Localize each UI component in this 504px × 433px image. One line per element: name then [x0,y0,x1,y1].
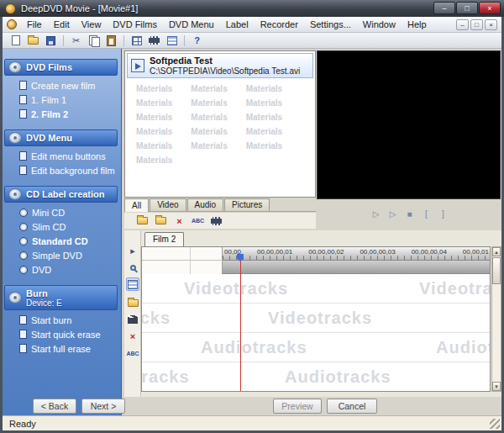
audio-tracks-band[interactable]: Audiotracks Audiotracks Audiotracks Audi… [142,333,491,392]
timeline-ruler[interactable]: 00,00 00,00,00,01 00,00,00,02 00,00,00,0… [223,247,491,261]
paste-button[interactable] [103,34,119,48]
preview-material-button[interactable] [208,214,224,228]
tab-all[interactable]: All [124,198,149,212]
track-header-column [142,247,223,274]
text-tool-button[interactable]: ABC [126,346,139,360]
video-track-row[interactable]: Videotracks Videotracks [142,304,491,333]
cancel-button[interactable]: Cancel [327,399,377,414]
sidebar-header-burn[interactable]: Burn Device: E [4,285,118,310]
timeline-scrollbar[interactable]: ▲ ▼ [491,246,501,392]
play-from-cursor-button[interactable]: ▷ [386,207,400,220]
menu-window[interactable]: Window [357,18,402,31]
mark-in-button[interactable]: [ [419,207,433,220]
sidebar-item-dvd[interactable]: DVD [19,262,118,277]
menu-bar: File Edit View DVD Films DVD Menu Label … [3,17,501,33]
sidebar-item-edit-menu-buttons[interactable]: Edit menu buttons [19,149,118,163]
sidebar-header-cd-label[interactable]: CD Label creation [4,186,118,203]
zoom-tool-button[interactable] [126,261,139,274]
delete-clip-button[interactable]: × [126,330,139,343]
sidebar-item-edit-background-film[interactable]: Edit background film [19,163,118,177]
film-view-button[interactable] [146,34,162,48]
open-button[interactable] [25,34,41,48]
back-button[interactable]: < Back [33,399,76,414]
sidebar-item-film-1[interactable]: 1. Film 1 [19,92,118,107]
menu-view[interactable]: View [76,18,108,31]
transport-controls: ▷ ▷ ■ [ ] [369,207,450,220]
sidebar-item-mini-cd[interactable]: Mini CD [19,205,118,219]
scroll-down-button[interactable]: ▼ [492,382,501,391]
new-button[interactable] [8,34,24,48]
grid-view-button[interactable] [129,34,144,48]
minimize-button[interactable]: – [433,2,455,14]
delete-material-button[interactable]: × [171,214,187,228]
rename-button[interactable]: ABC [190,214,206,228]
audio-track-row[interactable]: Audiotracks Audiotracks [142,333,491,362]
next-button[interactable]: Next > [81,399,125,414]
sidebar-item-simple-dvd[interactable]: Simple DVD [19,248,118,262]
mdi-minimize-button[interactable]: – [456,19,469,30]
sidebar-item-slim-cd[interactable]: Slim CD [19,219,118,234]
play-button[interactable]: ▷ [369,207,383,220]
close-button[interactable]: × [479,2,501,14]
scrollbar-thumb[interactable] [492,257,501,284]
menu-help[interactable]: Help [402,18,433,31]
maximize-button[interactable]: □ [456,2,478,14]
sidebar-item-start-quick-erase[interactable]: Start quick erase [19,327,118,341]
sidebar-item-start-burn[interactable]: Start burn [19,313,118,327]
cut-button[interactable]: ✂ [68,34,84,48]
menu-recorder[interactable]: Recorder [255,18,304,31]
tracks-view-button[interactable] [126,277,139,291]
help-button[interactable]: ? [189,34,205,48]
grid-view-icon [132,36,142,45]
tab-video[interactable]: Video [150,198,186,211]
watermark-text: Materials [136,127,172,136]
item-label: DVD [32,265,51,275]
save-disk-icon [46,36,55,45]
pointer-tool-button[interactable]: ▸ [126,244,139,257]
mark-out-button[interactable]: ] [436,207,450,220]
sidebar-item-standard-cd[interactable]: Standard CD [19,234,118,248]
scroll-up-button[interactable]: ▲ [492,247,501,256]
tab-audio[interactable]: Audio [187,198,224,211]
video-track-row[interactable]: Videotracks Videotracks [142,274,491,304]
mdi-restore-button[interactable]: □ [470,19,483,30]
stop-button[interactable]: ■ [402,207,417,220]
full-erase-icon [19,344,27,353]
tracks-view-button[interactable] [164,34,180,48]
material-selected-row[interactable]: Softpedia Test C:\SOFTPEDIA\Video\Softpe… [127,53,313,78]
timeline-film-tab[interactable]: Film 2 [144,232,184,246]
import-file-button[interactable] [134,214,150,228]
copy-button[interactable] [86,34,102,48]
tracks-view-icon [128,280,138,289]
film-icon [19,109,27,119]
watermark-text: Materials [136,98,172,108]
sidebar-item-start-full-erase[interactable]: Start full erase [19,341,118,356]
ruler-label: 00,00,00,01 [257,248,292,256]
sidebar-item-film-2[interactable]: 2. Film 2 [19,107,118,121]
section-title: Burn [26,288,62,298]
watermark-text: Materials [136,84,172,93]
menu-label[interactable]: Label [220,18,255,31]
import-folder-button[interactable] [153,214,169,228]
playhead-line[interactable] [240,259,241,392]
menu-dvd-menu[interactable]: DVD Menu [163,18,220,31]
menu-settings[interactable]: Settings... [304,18,357,31]
status-text: Ready [9,419,36,429]
resize-grip[interactable] [490,419,500,429]
sidebar-header-dvd-menu[interactable]: DVD Menu [4,129,118,146]
save-button[interactable] [43,34,59,48]
menu-file[interactable]: File [21,18,48,31]
preview-button[interactable]: Preview [273,399,322,414]
audio-track-row[interactable]: Audiotracks Audiotracks [142,362,491,392]
video-tracks-band[interactable]: Videotracks Videotracks Videotracks Vide… [142,274,491,333]
mdi-close-button[interactable]: × [485,19,497,30]
sidebar-header-dvd-films[interactable]: DVD Films [4,59,118,76]
add-clip-button[interactable] [126,313,139,326]
add-material-button[interactable] [126,296,139,309]
item-label: 1. Film 1 [31,95,66,105]
menu-edit[interactable]: Edit [48,18,76,31]
tab-pictures[interactable]: Pictures [224,198,270,211]
menu-dvd-films[interactable]: DVD Films [107,18,163,31]
sidebar-item-create-new-film[interactable]: Create new film [19,78,118,92]
materials-toolbar: × ABC [124,213,316,229]
